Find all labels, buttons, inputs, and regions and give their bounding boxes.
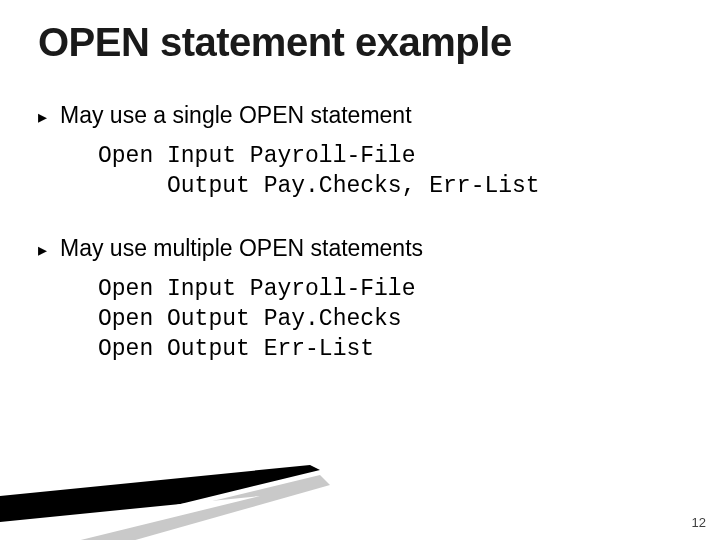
svg-marker-1 xyxy=(10,475,330,540)
slide-body: ▸ May use a single OPEN statement Open I… xyxy=(38,100,690,396)
page-number: 12 xyxy=(692,515,706,530)
list-item: ▸ May use multiple OPEN statements xyxy=(38,233,690,264)
code-block: Open Input Payroll-File Open Output Pay.… xyxy=(98,274,690,364)
bullet-icon: ▸ xyxy=(38,236,60,264)
decorative-swoosh xyxy=(0,430,340,540)
svg-marker-2 xyxy=(0,496,260,540)
bullet-icon: ▸ xyxy=(38,103,60,131)
bullet-text: May use multiple OPEN statements xyxy=(60,233,423,263)
slide: OPEN statement example ▸ May use a singl… xyxy=(0,0,720,540)
bullet-text: May use a single OPEN statement xyxy=(60,100,412,130)
list-item: ▸ May use a single OPEN statement xyxy=(38,100,690,131)
page-title: OPEN statement example xyxy=(38,20,512,65)
svg-marker-0 xyxy=(0,465,320,540)
code-block: Open Input Payroll-File Output Pay.Check… xyxy=(98,141,690,201)
